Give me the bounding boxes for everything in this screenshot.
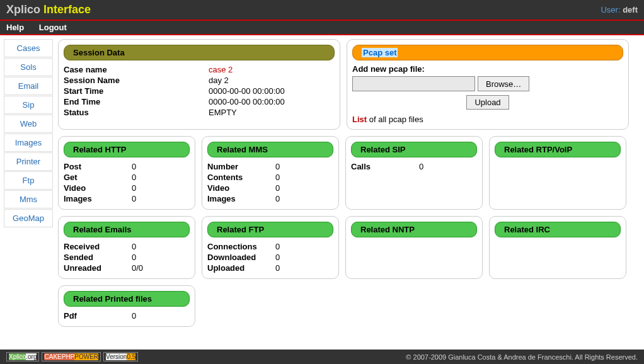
pcap-list-prefix: List: [352, 115, 367, 124]
topbar: Xplico Interface User: deft: [0, 0, 644, 20]
stat-value: 0: [419, 162, 423, 171]
sidebar-item-geomap[interactable]: GeoMap: [4, 209, 53, 227]
sidebar-item-printer[interactable]: Printer: [4, 152, 53, 171]
menu-help[interactable]: Help: [6, 23, 24, 32]
stat-value: 0: [275, 253, 280, 262]
stat-row: Post0: [64, 161, 190, 172]
stat-value: 0: [275, 173, 280, 182]
session-key: End Time: [64, 97, 209, 106]
sidebar-item-sols[interactable]: Sols: [4, 58, 53, 76]
panel-nntp: Related NNTP: [345, 216, 483, 279]
stat-value: 0: [275, 183, 280, 193]
sidebar-item-images[interactable]: Images: [4, 134, 53, 152]
panel-irc: Related IRC: [489, 216, 626, 279]
add-pcap-label: Add new pcap file:: [352, 64, 623, 74]
panel-pcap-set: Pcap set Add new pcap file: Browse… Uplo…: [347, 39, 629, 130]
stat-row: Unreaded0/0: [64, 263, 190, 273]
panel-header-mms: Related MMS: [207, 142, 333, 157]
panel-session-data: Session Data Case namecase 2Session Name…: [58, 39, 340, 130]
stat-row: Connections0: [207, 241, 333, 252]
stat-row: Downloaded0: [207, 252, 333, 263]
session-data-header: Session Data: [64, 45, 335, 60]
brand-xplico: Xplico: [6, 3, 43, 16]
panel-header-irc: Related IRC: [495, 222, 621, 237]
stat-value: 0: [275, 263, 280, 273]
sidebar-item-mms[interactable]: Mms: [4, 190, 53, 208]
stat-key: Sended: [64, 253, 132, 262]
panel-header-nntp: Related NNTP: [351, 222, 477, 237]
session-row: End Time0000-00-00 00:00:00: [64, 96, 335, 107]
session-value: case 2: [209, 65, 233, 74]
panel-header-ftp: Related FTP: [207, 222, 333, 237]
stat-row: Get0: [64, 172, 190, 183]
stat-value: 0: [132, 183, 136, 193]
stat-row: Pdf0: [64, 310, 190, 321]
session-row: Start Time0000-00-00 00:00:00: [64, 86, 335, 96]
menubar: Help Logout: [0, 21, 644, 34]
stat-key: Contents: [207, 173, 275, 182]
session-row: StatusEMPTY: [64, 107, 335, 118]
stat-value: 0: [275, 242, 280, 251]
stat-row: Received0: [64, 241, 190, 252]
stat-row: Contents0: [207, 172, 333, 183]
sidebar: CasesSolsEmailSipWebImagesPrinterFtpMmsG…: [4, 39, 53, 228]
stat-key: Received: [64, 242, 132, 251]
stat-row: Uploaded0: [207, 263, 333, 273]
upload-button[interactable]: Upload: [466, 95, 509, 110]
stat-key: Uploaded: [207, 263, 275, 273]
panel-emails: Related EmailsReceived0Sended0Unreaded0/…: [58, 216, 195, 279]
panel-sip: Related SIPCalls0: [345, 136, 483, 210]
panel-header-http: Related HTTP: [64, 142, 190, 157]
stat-key: Post: [64, 162, 132, 171]
sidebar-item-web[interactable]: Web: [4, 115, 53, 133]
brand: Xplico Interface: [6, 3, 91, 16]
stat-value: 0: [132, 173, 136, 182]
session-row: Case namecase 2: [64, 64, 335, 75]
stat-value: 0: [132, 242, 136, 251]
brand-interface: Interface: [43, 3, 91, 16]
panel-printed: Related Printed filesPdf0: [58, 285, 195, 327]
stat-row: Images0: [64, 193, 190, 204]
panel-header-emails: Related Emails: [64, 222, 190, 237]
pcap-set-header: Pcap set: [352, 45, 623, 60]
stat-key: Connections: [207, 242, 275, 251]
panel-mms: Related MMSNumber0Contents0Video0Images0: [202, 136, 339, 210]
stat-value: 0/0: [132, 263, 143, 273]
menu-logout[interactable]: Logout: [39, 23, 67, 32]
panel-rtp: Related RTP/VoIP: [489, 136, 626, 210]
stat-value: 0: [275, 194, 280, 203]
stat-key: Number: [207, 162, 275, 171]
stat-value: 0: [132, 311, 136, 321]
stat-value: 0: [132, 162, 136, 171]
stat-key: Images: [64, 194, 132, 203]
stat-value: 0: [275, 162, 280, 171]
session-key: Start Time: [64, 86, 209, 96]
sidebar-item-ftp[interactable]: Ftp: [4, 171, 53, 190]
pcap-set-title: Pcap set: [362, 48, 398, 57]
browse-button[interactable]: Browse…: [478, 76, 529, 91]
pcap-list-label: List of all pcap files: [352, 115, 623, 124]
user-label: User:: [601, 5, 623, 14]
session-value: day 2: [209, 76, 229, 85]
session-value: EMPTY: [209, 108, 237, 117]
pcap-list-rest: of all pcap files: [367, 115, 423, 124]
sidebar-item-sip[interactable]: Sip: [4, 96, 53, 114]
session-key: Status: [64, 108, 209, 117]
stat-row: Calls0: [351, 161, 477, 172]
pcap-file-input[interactable]: [352, 76, 475, 91]
stat-key: Video: [207, 183, 275, 193]
stat-row: Number0: [207, 161, 333, 172]
sidebar-item-cases[interactable]: Cases: [4, 39, 53, 57]
session-value: 0000-00-00 00:00:00: [209, 97, 285, 106]
stat-key: Downloaded: [207, 253, 275, 262]
user-name: deft: [623, 5, 638, 14]
stat-row: Images0: [207, 193, 333, 204]
session-key: Case name: [64, 65, 209, 74]
session-row: Session Nameday 2: [64, 75, 335, 86]
sidebar-item-email[interactable]: Email: [4, 77, 53, 95]
stat-key: Get: [64, 173, 132, 182]
stat-value: 0: [132, 194, 136, 203]
stat-key: Pdf: [64, 311, 132, 321]
session-key: Session Name: [64, 76, 209, 85]
panel-http: Related HTTPPost0Get0Video0Images0: [58, 136, 195, 210]
